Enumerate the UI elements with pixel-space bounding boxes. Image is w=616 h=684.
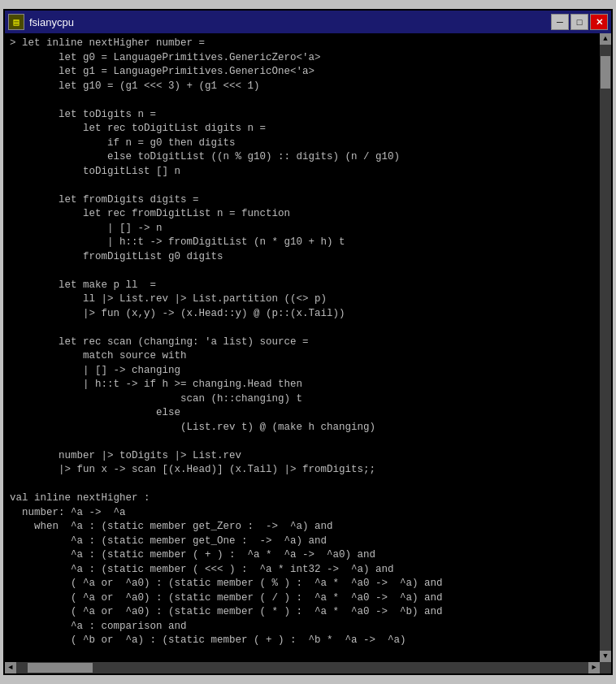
scroll-thumb-vertical[interactable] (601, 56, 610, 89)
scroll-left-button[interactable]: ◄ (5, 662, 16, 673)
close-button[interactable]: ✕ (590, 14, 608, 30)
title-bar: ▤ fsianycpu ─ □ ✕ (5, 11, 611, 33)
window-title: fsianycpu (29, 16, 74, 28)
terminal-area: > let inline nextHigher number = let g0 … (5, 33, 611, 673)
window-controls: ─ □ ✕ (551, 14, 608, 30)
scroll-up-button[interactable]: ▲ (600, 33, 611, 45)
title-bar-left: ▤ fsianycpu (8, 14, 74, 30)
maximize-button[interactable]: □ (570, 14, 588, 30)
minimize-button[interactable]: ─ (551, 14, 569, 30)
main-window: ▤ fsianycpu ─ □ ✕ > let inline nextHighe… (3, 9, 613, 675)
scroll-down-button[interactable]: ▼ (600, 651, 611, 662)
scroll-thumb-horizontal[interactable] (28, 663, 93, 673)
horizontal-scrollbar[interactable]: ◄ ► (5, 662, 600, 673)
scroll-right-button[interactable]: ► (588, 662, 600, 673)
app-icon: ▤ (8, 14, 24, 30)
scrollbar-corner (600, 662, 611, 673)
terminal-output[interactable]: > let inline nextHigher number = let g0 … (10, 37, 606, 670)
vertical-scrollbar[interactable]: ▲ ▼ (600, 33, 611, 662)
